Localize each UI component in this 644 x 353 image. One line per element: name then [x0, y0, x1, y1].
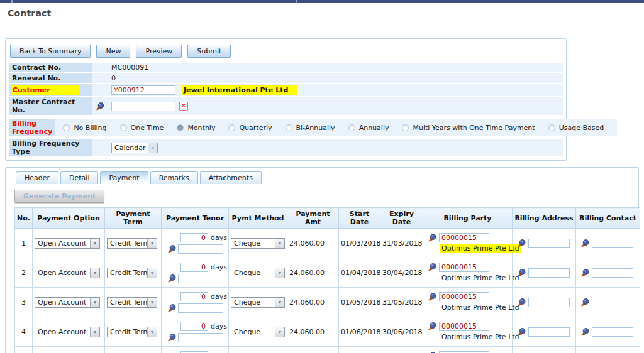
lookup-icon[interactable]	[168, 334, 176, 342]
contract-form: Contract No. MC000091 Renewal No. 0 Cust…	[9, 63, 563, 156]
lookup-icon[interactable]	[518, 269, 526, 277]
clear-icon[interactable]: ✕	[179, 102, 188, 111]
lookup-icon[interactable]	[428, 322, 436, 330]
billing-frequency-radio[interactable]: Monthly	[177, 124, 215, 132]
billing-frequency-radio[interactable]: Annually	[348, 124, 389, 132]
lookup-icon[interactable]	[581, 239, 589, 247]
payment-term-select[interactable]: Credit Term ▾	[107, 268, 157, 278]
billing-frequency-radio[interactable]: No Billing	[63, 124, 106, 132]
toolbar: Back To Summary New Preview Submit	[10, 45, 563, 58]
chevron-down-icon: ▾	[275, 268, 284, 278]
billing-contact-input[interactable]	[592, 298, 633, 307]
tab[interactable]: Remarks	[150, 171, 198, 184]
column-header: Billing Contact	[576, 208, 640, 229]
lookup-icon[interactable]	[581, 328, 589, 336]
billing-party-input[interactable]	[439, 292, 489, 301]
billing-party-name: Optimus Prime Pte Ltd	[440, 333, 521, 342]
generate-payment-button[interactable]: Generate Payment	[14, 190, 104, 203]
tab[interactable]: Attachments	[200, 171, 262, 184]
lookup-icon[interactable]	[428, 234, 436, 242]
topbar-segment	[11, 0, 13, 3]
payment-option-select[interactable]: Open Account ▾	[35, 238, 100, 249]
lookup-icon[interactable]	[168, 245, 176, 253]
contract-form-panel: Back To Summary New Preview Submit Contr…	[5, 38, 567, 161]
payment-term-select[interactable]: Credit Term ▾	[107, 297, 157, 308]
tenor-lookup-input[interactable]	[178, 303, 223, 313]
radio-icon[interactable]	[348, 124, 355, 131]
tab[interactable]: Detail	[60, 171, 98, 184]
lookup-icon[interactable]	[428, 293, 436, 301]
contract-no-value: MC000091	[111, 63, 148, 72]
radio-icon[interactable]	[286, 124, 292, 131]
billing-address-input[interactable]	[528, 327, 570, 337]
tenor-days-input[interactable]	[180, 292, 208, 301]
radio-icon[interactable]	[228, 124, 235, 131]
customer-code-input[interactable]	[111, 85, 175, 95]
toolbar-button[interactable]: Submit	[187, 45, 231, 58]
pymt-method-select[interactable]: Cheque ▾	[231, 268, 285, 278]
tenor-lookup-input[interactable]	[178, 274, 223, 283]
lookup-icon[interactable]	[518, 239, 526, 247]
tab[interactable]: Header	[16, 171, 58, 184]
pymt-method-select[interactable]: Cheque ▾	[231, 238, 285, 249]
start-date: 01/07/2018	[339, 347, 380, 353]
billing-contact-input[interactable]	[592, 239, 633, 248]
billing-party-input[interactable]	[439, 322, 489, 331]
radio-icon[interactable]	[548, 124, 555, 131]
billing-party-input[interactable]	[439, 233, 489, 242]
billing-frequency-type-select[interactable]: Calendar ▾	[111, 143, 158, 153]
toolbar-button[interactable]: New	[96, 45, 130, 58]
billing-contact-input[interactable]	[592, 327, 633, 337]
pymt-method-select[interactable]: Cheque ▾	[231, 327, 285, 337]
radio-label: Monthly	[187, 124, 215, 132]
expiry-date: 30/06/2018	[380, 317, 423, 347]
lookup-icon[interactable]	[518, 328, 526, 336]
billing-party-name: Optimus Prime Pte Ltd	[440, 244, 521, 253]
tenor-days-input[interactable]	[180, 263, 208, 272]
toolbar-button[interactable]: Back To Summary	[10, 45, 91, 58]
tab[interactable]: Payment	[100, 171, 148, 184]
pymt-method-select[interactable]: Cheque ▾	[231, 297, 285, 308]
billing-contact-input[interactable]	[592, 268, 633, 278]
lookup-icon[interactable]	[581, 298, 589, 307]
payment-amt: 24,060.00	[287, 229, 339, 258]
chevron-down-icon: ▾	[147, 268, 157, 278]
toolbar-button[interactable]: Preview	[136, 45, 182, 58]
tenor-days-input[interactable]	[180, 322, 208, 331]
payment-option-select[interactable]: Open Account ▾	[35, 297, 100, 308]
tenor-lookup-input[interactable]	[178, 333, 223, 342]
billing-party-name: Optimus Prime Pte Ltd	[440, 274, 521, 283]
column-header: Expiry Date	[380, 208, 423, 229]
billing-frequency-radio[interactable]: Quarterly	[228, 124, 272, 132]
table-header-row: No.Payment OptionPayment TermPayment Ten…	[15, 208, 640, 229]
payment-term-select[interactable]: Credit Term ▾	[107, 238, 157, 249]
radio-icon[interactable]	[120, 124, 127, 131]
billing-address-input[interactable]	[528, 298, 570, 307]
radio-icon[interactable]	[177, 124, 184, 131]
row-number: 4	[15, 317, 33, 347]
payment-option-select[interactable]: Open Account ▾	[35, 268, 100, 278]
tenor-lookup-input[interactable]	[178, 244, 223, 254]
form-row-contract-no: Contract No. MC000091	[9, 63, 563, 72]
tenor-days-input[interactable]	[180, 233, 208, 242]
radio-icon[interactable]	[63, 124, 70, 131]
lookup-icon[interactable]	[96, 102, 104, 111]
billing-address-input[interactable]	[528, 239, 570, 248]
billing-party-input[interactable]	[439, 263, 489, 272]
billing-frequency-radio[interactable]: Multi Years with One Time Payment	[402, 124, 535, 132]
billing-frequency-radio[interactable]: One Time	[120, 124, 164, 132]
chevron-down-icon: ▾	[275, 239, 284, 248]
lookup-icon[interactable]	[518, 298, 526, 307]
billing-frequency-radio[interactable]: Usage Based	[548, 124, 604, 132]
radio-icon[interactable]	[402, 124, 409, 131]
lookup-icon[interactable]	[168, 274, 176, 283]
payment-option-select[interactable]: Open Account ▾	[35, 327, 100, 337]
customer-label: Customer	[9, 84, 92, 96]
payment-term-select[interactable]: Credit Term ▾	[107, 327, 157, 337]
billing-address-input[interactable]	[528, 268, 570, 278]
billing-frequency-radio[interactable]: Bi-Annually	[286, 124, 335, 132]
lookup-icon[interactable]	[581, 269, 589, 277]
master-contract-input[interactable]	[111, 102, 175, 111]
lookup-icon[interactable]	[168, 304, 176, 312]
lookup-icon[interactable]	[428, 263, 436, 271]
